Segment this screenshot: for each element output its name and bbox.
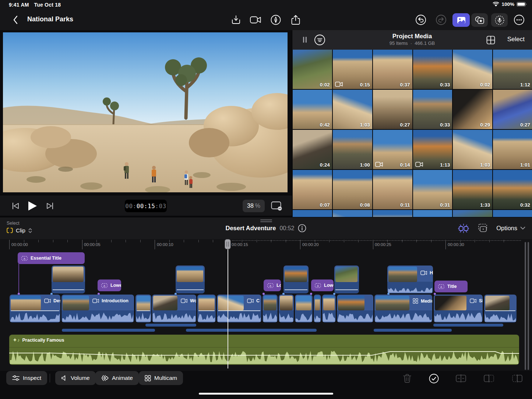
- media-thumbnail[interactable]: 0:11: [373, 170, 412, 209]
- media-thumbnail[interactable]: 1:12: [493, 50, 532, 89]
- title-clip[interactable]: A Lowe: [311, 279, 334, 291]
- media-thumbnail[interactable]: 0:08: [333, 170, 372, 209]
- confirm-button[interactable]: [427, 373, 440, 384]
- effects-button[interactable]: [471, 13, 488, 27]
- timeline-drag-handle[interactable]: [260, 220, 272, 223]
- inspect-button[interactable]: Inspect: [6, 371, 47, 385]
- media-thumbnail[interactable]: 0:02: [453, 50, 492, 89]
- photos-browser-button[interactable]: [452, 13, 470, 27]
- title-clip[interactable]: A Essential Title: [18, 252, 85, 264]
- media-thumbnail[interactable]: 0:29: [453, 90, 492, 129]
- timeline-clip[interactable]: [322, 295, 336, 323]
- connected-clip[interactable]: [176, 266, 205, 293]
- connected-clip-hiking[interactable]: Hiki: [387, 266, 433, 293]
- media-thumbnail[interactable]: 0:14: [373, 130, 412, 169]
- playhead-handle[interactable]: [225, 239, 231, 249]
- media-thumbnail[interactable]: 0:31: [413, 170, 452, 209]
- multicam-button[interactable]: Multicam: [139, 371, 183, 385]
- media-thumbnail[interactable]: [453, 210, 492, 217]
- volume-button[interactable]: Volume: [55, 371, 96, 385]
- storyline-bar[interactable]: [62, 329, 155, 332]
- timecode-display[interactable]: 00:00:15:03: [125, 200, 167, 212]
- storyline-bar[interactable]: [186, 329, 317, 332]
- timeline-clip[interactable]: Signs: [434, 295, 483, 323]
- storyline-bar[interactable]: [433, 324, 503, 327]
- timeline[interactable]: 00:00:00 00:00:05 00:00:10 00:00:15 00:0…: [0, 239, 532, 371]
- timeline-clip[interactable]: [197, 295, 216, 323]
- media-thumbnail[interactable]: 0:33: [413, 90, 452, 129]
- animate-button[interactable]: Animate: [95, 371, 139, 385]
- media-thumbnail[interactable]: 0:24: [293, 130, 332, 169]
- connected-clip[interactable]: [52, 266, 85, 293]
- voiceover-button[interactable]: [491, 13, 508, 27]
- storyline-bar[interactable]: [374, 329, 452, 332]
- media-thumbnail[interactable]: 0:27: [373, 90, 412, 129]
- media-thumbnail[interactable]: 0:07: [293, 170, 332, 209]
- connected-clip[interactable]: [334, 266, 359, 293]
- target-selector[interactable]: Clip: [7, 227, 32, 234]
- timeline-ruler[interactable]: 00:00:00 00:00:05 00:00:10 00:00:15 00:0…: [0, 239, 532, 252]
- media-thumbnail[interactable]: [493, 210, 532, 217]
- trim-clip-left-button[interactable]: [455, 373, 467, 384]
- timeline-clip[interactable]: [337, 295, 373, 323]
- connected-clip[interactable]: [283, 266, 309, 293]
- import-button[interactable]: [230, 15, 242, 25]
- undo-button[interactable]: [415, 15, 426, 25]
- media-thumbnail[interactable]: 1:01: [493, 130, 532, 169]
- share-button[interactable]: [290, 15, 301, 25]
- trim-clip-center-button[interactable]: [483, 373, 495, 384]
- timeline-clip[interactable]: Medium -: [374, 295, 432, 323]
- timeline-clip[interactable]: C: [217, 295, 261, 323]
- timeline-clip[interactable]: [135, 295, 151, 323]
- options-button[interactable]: Options: [496, 225, 525, 232]
- media-thumbnail[interactable]: 1:13: [413, 130, 452, 169]
- play-button[interactable]: [27, 200, 38, 211]
- title-clip[interactable]: A Title: [434, 281, 468, 292]
- timeline-clip[interactable]: [314, 295, 321, 323]
- delete-button[interactable]: [401, 373, 413, 384]
- timeline-clip[interactable]: [279, 295, 294, 323]
- trim-clip-right-button[interactable]: [511, 373, 524, 384]
- storyline-bar[interactable]: [145, 324, 196, 327]
- timeline-clip[interactable]: Desert: [10, 295, 60, 323]
- record-button[interactable]: [250, 15, 261, 25]
- media-thumbnail[interactable]: 0:42: [293, 90, 332, 129]
- home-indicator[interactable]: [199, 393, 333, 395]
- more-button[interactable]: [514, 15, 525, 25]
- skip-back-button[interactable]: [10, 200, 21, 211]
- media-select-button[interactable]: Select: [507, 36, 525, 43]
- media-thumbnail[interactable]: 1:00: [333, 130, 372, 169]
- redo-button[interactable]: [436, 15, 447, 25]
- timeline-clip[interactable]: Wond: [152, 295, 196, 323]
- title-clip[interactable]: A Lowe: [98, 279, 121, 291]
- enhance-button[interactable]: [458, 223, 469, 234]
- audio-clip[interactable]: ✦ ♪ Practically Famous: [9, 335, 519, 365]
- background-frame-button[interactable]: [477, 223, 488, 234]
- timeline-clip[interactable]: [484, 295, 517, 323]
- media-thumbnail[interactable]: 1:33: [453, 170, 492, 209]
- viewer-zoom-control[interactable]: 38%: [243, 200, 265, 212]
- title-clip[interactable]: A Lo: [264, 279, 281, 291]
- media-thumbnail[interactable]: [413, 210, 452, 217]
- clip-height-slider[interactable]: [524, 242, 530, 370]
- timeline-clip[interactable]: [263, 295, 278, 323]
- media-thumbnail[interactable]: [333, 210, 372, 217]
- project-info-button[interactable]: [298, 224, 306, 232]
- media-thumbnail[interactable]: 0:27: [493, 90, 532, 129]
- skip-forward-button[interactable]: [44, 200, 56, 211]
- media-thumbnail[interactable]: 0:32: [493, 170, 532, 209]
- media-thumbnail[interactable]: [293, 210, 332, 217]
- media-thumbnail[interactable]: 0:02: [293, 50, 332, 89]
- timeline-clip[interactable]: [295, 295, 313, 323]
- playhead-line[interactable]: [228, 239, 228, 368]
- viewer-canvas[interactable]: [3, 32, 288, 192]
- media-thumbnail[interactable]: [373, 210, 412, 217]
- media-thumbnail[interactable]: 1:03: [453, 130, 492, 169]
- media-thumbnail[interactable]: 1:03: [333, 90, 372, 129]
- viewer-options-button[interactable]: [271, 200, 282, 211]
- pencil-tool-button[interactable]: [270, 15, 281, 25]
- media-thumbnail[interactable]: 0:33: [413, 50, 452, 89]
- media-thumbnail[interactable]: 0:15: [333, 50, 372, 89]
- grid-view-button[interactable]: [486, 36, 495, 44]
- back-button[interactable]: [10, 15, 20, 25]
